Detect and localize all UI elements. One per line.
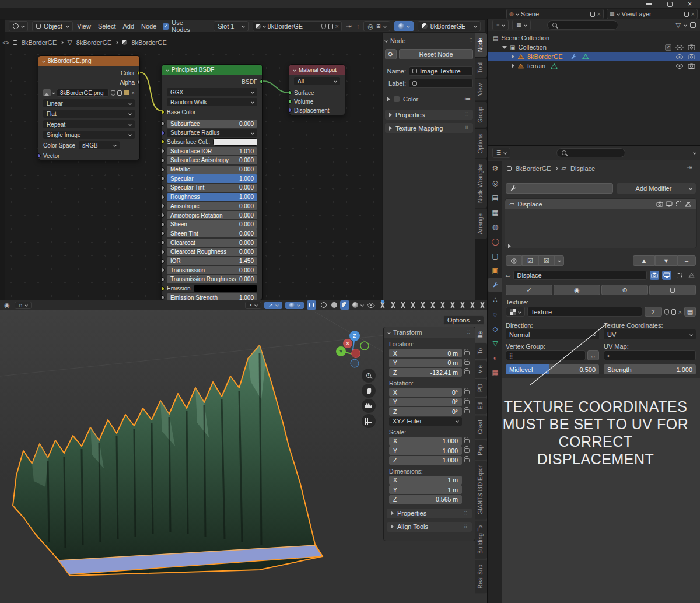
wireframe-shading-icon[interactable] [319, 300, 328, 310]
location-y-field[interactable]: Y0 m [389, 359, 462, 367]
coordinates-dropdown[interactable]: UV [604, 329, 696, 339]
modifier-name-input[interactable]: Displace [513, 271, 647, 280]
properties-tab-particles-icon[interactable]: ∴ [488, 292, 502, 307]
texture-mapping-panel-collapsed[interactable]: Texture Mapping⠿ [385, 123, 473, 133]
tab-arrange[interactable]: Arrange [475, 209, 487, 239]
rotation-mode-dropdown[interactable]: XYZ Euler [389, 417, 462, 426]
slot-dropdown[interactable]: Slot 1 [214, 21, 248, 31]
close-icon[interactable]: × [691, 10, 695, 17]
new-copy-icon[interactable] [684, 12, 689, 17]
fake-user-shield-icon[interactable] [321, 24, 326, 29]
clearcoat-slider[interactable]: Clearcoat0.000 [167, 239, 257, 247]
properties-tab-texture-icon[interactable]: ▦ [488, 365, 502, 380]
properties-tab-material-icon[interactable]: ◐ [488, 350, 502, 365]
rotation-y-field[interactable]: Y0° [389, 398, 462, 406]
source-dropdown[interactable]: Single Image [43, 131, 135, 139]
green-socket-icon[interactable] [289, 99, 292, 104]
anisotropic-slider[interactable]: Anisotropic0.000 [167, 202, 257, 210]
location-x-field[interactable]: X0 m [389, 349, 462, 357]
properties-tab-view-layer-icon[interactable]: ▦ [488, 205, 502, 219]
close-icon[interactable]: × [597, 10, 601, 17]
eye-icon[interactable] [676, 54, 684, 59]
tab-real-sno[interactable]: Real Sno [475, 560, 487, 593]
breadcrumb-object[interactable]: 8kBorderGE [516, 165, 551, 172]
properties-tab-render-icon[interactable]: ◎ [488, 176, 502, 190]
viewport-3d[interactable]: ◉ ∩ ◖ ↗ [0, 300, 487, 603]
material-output-node[interactable]: Material Output All Surface Volume Displ… [289, 64, 345, 115]
eye-icon[interactable] [676, 64, 684, 69]
copy-icon[interactable] [649, 285, 696, 295]
properties-tab-output-icon[interactable]: ▤ [488, 190, 502, 205]
grid-view-icon[interactable] [362, 414, 376, 428]
viewport-toggle-icon[interactable] [662, 271, 671, 280]
node-header[interactable]: Principled BSDF [162, 65, 262, 75]
lock-icon[interactable] [464, 351, 470, 355]
preview-material-dropdown[interactable]: 8kBorderGE [418, 21, 481, 31]
breadcrumb-material[interactable]: 8kBorderGE [131, 39, 167, 46]
apply-check-icon[interactable]: ✓ [506, 285, 552, 295]
move-up-icon[interactable]: ▲ [633, 255, 655, 266]
figure-x-icon[interactable] [400, 302, 405, 308]
outliner-row-terrain[interactable]: terrain [488, 61, 700, 71]
gray-socket-icon[interactable] [162, 195, 164, 199]
tab-vie[interactable]: Vie [475, 360, 487, 378]
strength-slider[interactable]: Strength1.000 [604, 364, 696, 374]
minimize-icon[interactable] [646, 3, 652, 5]
eye-icon[interactable] [366, 300, 376, 310]
disclosure-icon[interactable] [502, 46, 507, 49]
dimensions-x-field[interactable]: X1 m [389, 476, 462, 485]
scene-selector[interactable]: ◍ Scene × [506, 9, 604, 19]
pan-hand-icon[interactable] [362, 384, 376, 398]
add-modifier-dropdown[interactable]: Add Modifier [617, 183, 696, 194]
eye-icon[interactable] [676, 45, 684, 50]
toggle-visibility-filter-icon[interactable] [506, 255, 522, 266]
refresh-icon[interactable]: ⟳ [385, 49, 397, 59]
breadcrumb-object[interactable]: 8kBorderGE [22, 39, 57, 46]
collapse-icon[interactable] [166, 68, 169, 72]
properties-tab-tool-icon[interactable]: ⚙ [488, 161, 502, 176]
gray-socket-icon[interactable] [162, 121, 164, 126]
metallic-slider[interactable]: Metallic0.000 [167, 166, 257, 174]
editor-type-dropdown[interactable]: ≡ [492, 20, 509, 30]
disclosure-icon[interactable] [512, 54, 514, 59]
menu-view[interactable]: View [77, 23, 91, 30]
purple-socket-icon[interactable] [289, 108, 292, 113]
disclosure-icon[interactable] [387, 97, 390, 101]
yellow-socket-icon[interactable] [162, 286, 164, 291]
filter-icon[interactable]: ▽ [676, 22, 681, 29]
gray-socket-icon[interactable] [162, 167, 164, 172]
roughness-slider[interactable]: Roughness1.000 [167, 193, 257, 201]
camera-view-icon[interactable] [362, 399, 376, 413]
menu-select[interactable]: Select [98, 23, 116, 30]
duplicate-plus-icon[interactable]: ⊕ [601, 285, 648, 295]
collapse-icon[interactable] [293, 68, 296, 72]
gray-socket-icon[interactable] [162, 204, 164, 208]
yellow-socket-icon[interactable] [162, 139, 164, 144]
image-name-field[interactable]: 8kBorderGE.png [57, 89, 109, 97]
scale-z-field[interactable]: Z1.000 [389, 456, 462, 465]
pin-icon[interactable]: 📌︎ [344, 22, 354, 31]
disable-all-icon[interactable]: ☒ [538, 255, 555, 266]
copy-icon[interactable] [117, 90, 122, 96]
gray-socket-icon[interactable] [162, 277, 164, 282]
gray-socket-icon[interactable] [162, 259, 164, 264]
figure-x-icon[interactable] [380, 302, 385, 308]
viewport-toggle-icon[interactable] [664, 199, 674, 209]
falloff-dropdown[interactable]: ∩ [15, 302, 32, 309]
fake-user-shield-icon[interactable] [111, 90, 116, 96]
subsurface-col-color-swatch[interactable] [213, 138, 257, 146]
outliner-row-collection[interactable]: ▣Collection✓ [488, 43, 700, 52]
camera-icon[interactable] [688, 44, 695, 50]
lock-icon[interactable] [464, 400, 470, 404]
node-header[interactable]: 8kBorderGE.png [38, 56, 139, 66]
rotation-x-field[interactable]: X0° [389, 388, 462, 397]
midlevel-slider[interactable]: Midlevel0.500 [506, 364, 599, 374]
tab-node-wrangler[interactable]: Node Wrangler [475, 159, 487, 208]
active-tool-wrench-button[interactable] [506, 183, 613, 194]
move-down-icon[interactable]: ▼ [655, 255, 677, 266]
scale-y-field[interactable]: Y1.000 [389, 446, 462, 455]
properties-tab-constraints-icon[interactable]: ◇ [488, 321, 502, 336]
gray-socket-icon[interactable] [162, 213, 164, 218]
editor-type-dropdown[interactable]: ☰ [492, 148, 510, 158]
overlays-icon[interactable] [307, 300, 316, 310]
